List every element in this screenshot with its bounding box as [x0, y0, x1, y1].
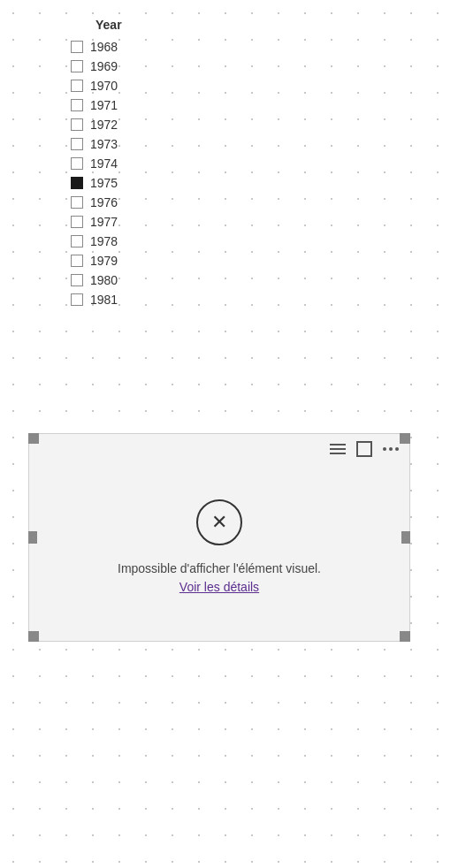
hamburger-icon[interactable]	[330, 444, 346, 454]
year-checkbox[interactable]	[71, 60, 83, 72]
year-label: 1974	[90, 156, 118, 171]
corner-handle-tr[interactable]	[400, 433, 410, 444]
year-item[interactable]: 1972	[71, 115, 458, 134]
year-item[interactable]: 1969	[71, 57, 458, 76]
error-circle-icon: ✕	[196, 499, 242, 545]
year-item[interactable]: 1981	[71, 290, 458, 309]
year-item[interactable]: 1975	[71, 173, 458, 193]
year-label: 1969	[90, 59, 118, 73]
year-checkbox[interactable]	[71, 80, 83, 92]
year-item[interactable]: 1973	[71, 134, 458, 154]
error-message-text: Impossible d'afficher l'élément visuel.	[118, 561, 321, 575]
year-item[interactable]: 1971	[71, 95, 458, 115]
year-checkbox[interactable]	[71, 177, 83, 189]
year-label: 1976	[90, 195, 118, 209]
error-message-container: Impossible d'afficher l'élément visuel. …	[118, 560, 321, 597]
year-item[interactable]: 1977	[71, 212, 458, 232]
error-details-link[interactable]: Voir les détails	[179, 580, 259, 594]
year-checkbox[interactable]	[71, 196, 83, 209]
visual-error-card: ✕ Impossible d'afficher l'élément visuel…	[28, 433, 410, 642]
year-label: 1975	[90, 176, 118, 190]
more-options-icon[interactable]	[383, 447, 399, 451]
year-item[interactable]: 1976	[71, 193, 458, 212]
year-checkbox[interactable]	[71, 41, 83, 53]
year-item[interactable]: 1974	[71, 154, 458, 173]
side-handle-right[interactable]	[401, 531, 410, 544]
year-checkbox[interactable]	[71, 216, 83, 228]
year-label: 1971	[90, 98, 118, 112]
card-toolbar	[29, 434, 409, 464]
year-checkbox[interactable]	[71, 274, 83, 286]
year-item[interactable]: 1979	[71, 251, 458, 270]
year-label: 1968	[90, 40, 118, 54]
year-item[interactable]: 1978	[71, 232, 458, 251]
year-label: 1978	[90, 234, 118, 248]
year-label: 1981	[90, 293, 118, 307]
year-item[interactable]: 1970	[71, 76, 458, 95]
year-filter-panel: Year 19681969197019711972197319741975197…	[0, 0, 458, 318]
year-checkbox[interactable]	[71, 138, 83, 150]
card-body: ✕ Impossible d'afficher l'élément visuel…	[29, 464, 409, 641]
year-checkbox[interactable]	[71, 235, 83, 247]
side-handle-left[interactable]	[28, 531, 37, 544]
year-label: 1973	[90, 137, 118, 151]
year-checkbox[interactable]	[71, 99, 83, 111]
expand-icon[interactable]	[356, 441, 372, 457]
year-label: 1979	[90, 254, 118, 268]
year-label: 1970	[90, 79, 118, 93]
filter-title: Year	[71, 18, 458, 32]
year-list: 1968196919701971197219731974197519761977…	[71, 37, 458, 309]
year-label: 1972	[90, 118, 118, 132]
corner-handle-br[interactable]	[400, 631, 410, 642]
year-item[interactable]: 1968	[71, 37, 458, 57]
x-icon: ✕	[211, 513, 227, 532]
year-checkbox[interactable]	[71, 157, 83, 170]
year-label: 1977	[90, 215, 118, 229]
year-item[interactable]: 1980	[71, 270, 458, 290]
year-checkbox[interactable]	[71, 293, 83, 306]
year-label: 1980	[90, 273, 118, 287]
corner-handle-tl[interactable]	[28, 433, 39, 444]
year-checkbox[interactable]	[71, 255, 83, 267]
corner-handle-bl[interactable]	[28, 631, 39, 642]
year-checkbox[interactable]	[71, 118, 83, 131]
